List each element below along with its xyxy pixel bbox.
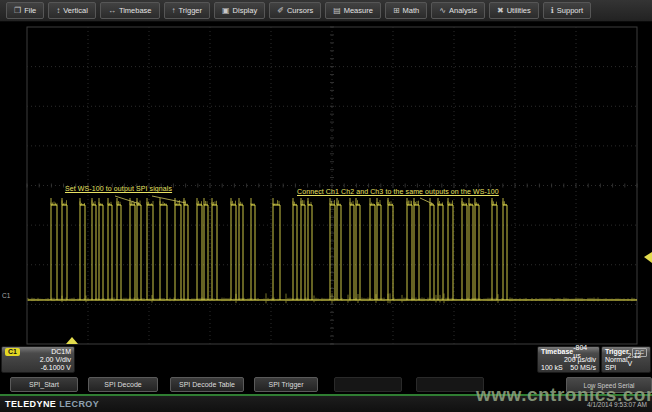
trigger-mode: Normal — [605, 356, 628, 364]
oscilloscope-screen: ❐ File ↕ Vertical ↔ Timebase ↑ Trigger ▣… — [0, 0, 652, 412]
menu-item-vertical-label: Vertical — [63, 6, 88, 15]
trigger-descriptor[interactable]: Trigger DC Normal 2.12 V SPI — [601, 346, 651, 373]
menu-item-utilities-label: Utilities — [507, 6, 531, 15]
menu-item-trigger[interactable]: ↑ Trigger — [164, 2, 210, 19]
horizontal-arrows-icon: ↔ — [108, 7, 116, 15]
up-arrow-icon: ↑ — [172, 7, 176, 15]
menu-item-analysis-label: Analysis — [449, 6, 477, 15]
toolbar-empty-slot-1 — [334, 377, 402, 392]
trigger-level-marker[interactable] — [644, 252, 652, 263]
spi-trigger-button[interactable]: SPI Trigger — [254, 377, 318, 392]
timebase-title: Timebase — [541, 348, 573, 356]
tools-icon: ✖ — [497, 7, 504, 15]
menu-item-timebase-label: Timebase — [119, 6, 152, 15]
file-icon: ❐ — [14, 7, 21, 15]
calculator-icon: ⊞ — [393, 7, 400, 15]
trigger-title: Trigger — [605, 348, 629, 356]
menu-item-vertical[interactable]: ↕ Vertical — [48, 2, 96, 19]
brand-logo: TELEDYNELECROY — [5, 399, 99, 409]
vertical-arrows-icon: ↕ — [56, 7, 60, 15]
trigger-level: 2.12 V — [628, 352, 647, 368]
spi-start-button[interactable]: SPI_Start — [10, 377, 78, 392]
c1-coupling: DC1M — [51, 348, 71, 356]
menu-item-support-label: Support — [557, 6, 583, 15]
menu-item-math[interactable]: ⊞ Math — [385, 2, 427, 19]
c1-volts-per-div: 2.00 V/div — [40, 356, 71, 364]
timebase-rate: 50 MS/s — [570, 364, 596, 372]
menu-item-support[interactable]: ℹ Support — [543, 2, 591, 19]
timebase-descriptor[interactable]: Timebase -804 µs 200 µs/div 100 kS 50 MS… — [537, 346, 600, 373]
pencil-icon: ✐ — [277, 7, 284, 15]
brand-lecroy: LECROY — [59, 399, 99, 409]
datetime-display: 4/1/2014 9:53:07 AM — [587, 401, 647, 408]
c1-channel-badge: C1 — [5, 348, 20, 356]
c1-zero-level-marker[interactable]: C1 — [2, 292, 11, 299]
menu-bar: ❐ File ↕ Vertical ↔ Timebase ↑ Trigger ▣… — [0, 0, 652, 22]
annotation-note2: Connect Ch1 Ch2 and Ch3 to the same outp… — [297, 188, 499, 195]
menu-item-math-label: Math — [403, 6, 420, 15]
spi-decode-button[interactable]: SPI Decode — [88, 377, 158, 392]
menu-item-analysis[interactable]: ∿ Analysis — [431, 2, 485, 19]
status-bar: TELEDYNELECROY 4/1/2014 9:53:07 AM — [0, 394, 652, 412]
menu-item-display-label: Display — [233, 6, 258, 15]
menu-item-measure-label: Measure — [344, 6, 373, 15]
menu-item-utilities[interactable]: ✖ Utilities — [489, 2, 539, 19]
menu-item-cursors-label: Cursors — [287, 6, 313, 15]
c1-offset: -6.1000 V — [41, 364, 71, 372]
trigger-type: SPI — [605, 364, 616, 372]
spi-decode-table-button[interactable]: SPI Decode Table — [170, 377, 244, 392]
menu-item-cursors[interactable]: ✐ Cursors — [269, 2, 321, 19]
menu-item-file-label: File — [24, 6, 36, 15]
toolbar-empty-slot-2 — [416, 377, 484, 392]
info-icon: ℹ — [551, 7, 554, 15]
annotation-note1: Set WS-100 to output SPI signals — [65, 185, 172, 192]
menu-item-timebase[interactable]: ↔ Timebase — [100, 2, 160, 19]
waveform-chart-icon: ∿ — [439, 7, 446, 15]
brand-teledyne: TELEDYNE — [5, 399, 56, 409]
display-icon: ▣ — [222, 7, 230, 15]
trigger-time-marker[interactable] — [66, 337, 78, 344]
low-speed-serial-label: Low Speed Serial — [566, 377, 652, 393]
menu-item-trigger-label: Trigger — [179, 6, 202, 15]
channel-c1-descriptor[interactable]: C1 DC1M 2.00 V/div -6.1000 V — [1, 346, 75, 373]
menu-item-measure[interactable]: ▤ Measure — [325, 2, 381, 19]
ruler-icon: ▤ — [333, 7, 341, 15]
menu-item-display[interactable]: ▣ Display — [214, 2, 265, 19]
timebase-samples: 100 kS — [541, 364, 563, 372]
timebase-per-div: 200 µs/div — [564, 356, 596, 364]
menu-item-file[interactable]: ❐ File — [6, 2, 44, 19]
